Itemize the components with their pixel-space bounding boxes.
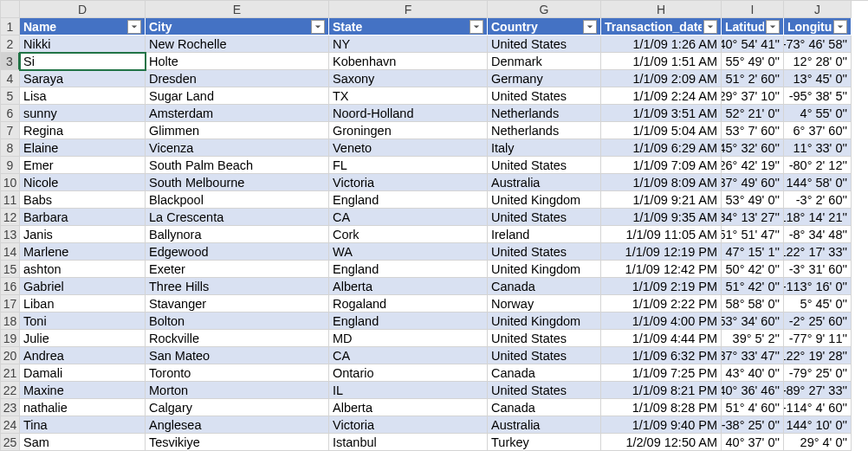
- row-header-25[interactable]: 25: [1, 434, 20, 451]
- row-header-17[interactable]: 17: [1, 295, 20, 312]
- cell-name[interactable]: Tina: [20, 416, 146, 434]
- column-header-E[interactable]: E: [146, 1, 329, 18]
- filter-dropdown-icon[interactable]: [311, 20, 325, 34]
- cell-transaction_date[interactable]: 1/1/09 6:29 AM: [601, 139, 722, 157]
- column-header-F[interactable]: F: [329, 1, 488, 18]
- cell-city[interactable]: Rockville: [146, 330, 329, 347]
- cell-country[interactable]: United States: [488, 35, 601, 53]
- cell-latitude[interactable]: 39° 5' 2'': [722, 330, 784, 347]
- cell-country[interactable]: Italy: [488, 139, 601, 157]
- cell-country[interactable]: Australia: [488, 416, 601, 434]
- cell-name[interactable]: Barbara: [20, 209, 146, 226]
- cell-city[interactable]: Edgewood: [146, 243, 329, 261]
- cell-state[interactable]: Veneto: [329, 139, 488, 157]
- cell-name[interactable]: Sam: [20, 434, 146, 451]
- cell-name[interactable]: Gabriel: [20, 278, 146, 295]
- cell-state[interactable]: IL: [329, 382, 488, 399]
- cell-city[interactable]: Sugar Land: [146, 87, 329, 105]
- cell-name[interactable]: Si: [20, 53, 146, 70]
- row-header-23[interactable]: 23: [1, 399, 20, 416]
- cell-longitude[interactable]: -3° 2' 60'': [784, 191, 852, 209]
- cell-transaction_date[interactable]: 1/1/09 11:05 AM: [601, 226, 722, 243]
- cell-latitude[interactable]: 26° 42' 19'': [722, 157, 784, 174]
- cell-name[interactable]: Liban: [20, 295, 146, 312]
- cell-name[interactable]: Regina: [20, 122, 146, 139]
- cell-name[interactable]: Nicole: [20, 174, 146, 191]
- row-header-15[interactable]: 15: [1, 261, 20, 278]
- cell-country[interactable]: Canada: [488, 364, 601, 382]
- cell-city[interactable]: Morton: [146, 382, 329, 399]
- row-header-8[interactable]: 8: [1, 139, 20, 157]
- cell-country[interactable]: Netherlands: [488, 122, 601, 139]
- cell-transaction_date[interactable]: 1/1/09 2:22 PM: [601, 295, 722, 312]
- cell-state[interactable]: FL: [329, 157, 488, 174]
- row-header-22[interactable]: 22: [1, 382, 20, 399]
- select-all-corner[interactable]: [1, 1, 20, 18]
- cell-state[interactable]: Noord-Holland: [329, 105, 488, 122]
- cell-state[interactable]: Saxony: [329, 70, 488, 87]
- cell-latitude[interactable]: 40° 37' 0'': [722, 434, 784, 451]
- cell-state[interactable]: Alberta: [329, 278, 488, 295]
- row-header-1[interactable]: 1: [1, 18, 20, 35]
- row-header-20[interactable]: 20: [1, 347, 20, 364]
- row-header-4[interactable]: 4: [1, 70, 20, 87]
- cell-longitude[interactable]: -2° 25' 60'': [784, 312, 852, 330]
- cell-city[interactable]: Glimmen: [146, 122, 329, 139]
- cell-transaction_date[interactable]: 1/1/09 9:35 AM: [601, 209, 722, 226]
- cell-state[interactable]: England: [329, 191, 488, 209]
- cell-city[interactable]: Bolton: [146, 312, 329, 330]
- cell-latitude[interactable]: 50° 42' 0'': [722, 261, 784, 278]
- cell-country[interactable]: United Kingdom: [488, 191, 601, 209]
- cell-city[interactable]: La Crescenta: [146, 209, 329, 226]
- cell-city[interactable]: Blackpool: [146, 191, 329, 209]
- cell-country[interactable]: Ireland: [488, 226, 601, 243]
- column-header-J[interactable]: J: [784, 1, 852, 18]
- filter-dropdown-icon[interactable]: [766, 20, 780, 34]
- row-header-11[interactable]: 11: [1, 191, 20, 209]
- cell-country[interactable]: United Kingdom: [488, 312, 601, 330]
- cell-name[interactable]: nathalie: [20, 399, 146, 416]
- cell-state[interactable]: NY: [329, 35, 488, 53]
- cell-latitude[interactable]: 51° 2' 60'': [722, 70, 784, 87]
- cell-latitude[interactable]: 53° 49' 0'': [722, 191, 784, 209]
- cell-country[interactable]: Australia: [488, 174, 601, 191]
- cell-country[interactable]: United States: [488, 87, 601, 105]
- cell-latitude[interactable]: 51° 42' 0'': [722, 278, 784, 295]
- cell-city[interactable]: Anglesea: [146, 416, 329, 434]
- cell-country[interactable]: United States: [488, 347, 601, 364]
- cell-longitude[interactable]: -79° 25' 0'': [784, 364, 852, 382]
- cell-transaction_date[interactable]: 1/1/09 4:44 PM: [601, 330, 722, 347]
- cell-country[interactable]: United Kingdom: [488, 261, 601, 278]
- column-header-I[interactable]: I: [722, 1, 784, 18]
- table-header-name[interactable]: Name: [20, 18, 146, 35]
- cell-name[interactable]: Julie: [20, 330, 146, 347]
- cell-longitude[interactable]: 144° 10' 0'': [784, 416, 852, 434]
- row-header-3[interactable]: 3: [1, 53, 20, 70]
- cell-country[interactable]: United States: [488, 243, 601, 261]
- cell-transaction_date[interactable]: 1/1/09 9:40 PM: [601, 416, 722, 434]
- cell-name[interactable]: Andrea: [20, 347, 146, 364]
- cell-transaction_date[interactable]: 1/1/09 2:09 AM: [601, 70, 722, 87]
- cell-latitude[interactable]: 53° 7' 60'': [722, 122, 784, 139]
- cell-transaction_date[interactable]: 1/1/09 5:04 AM: [601, 122, 722, 139]
- cell-country[interactable]: United States: [488, 209, 601, 226]
- cell-city[interactable]: Exeter: [146, 261, 329, 278]
- table-header-latitude[interactable]: Latitude: [722, 18, 784, 35]
- cell-city[interactable]: Holte: [146, 53, 329, 70]
- cell-transaction_date[interactable]: 1/1/09 12:19 PM: [601, 243, 722, 261]
- cell-longitude[interactable]: -80° 2' 12'': [784, 157, 852, 174]
- column-header-H[interactable]: H: [601, 1, 722, 18]
- cell-state[interactable]: TX: [329, 87, 488, 105]
- cell-longitude[interactable]: 6° 37' 60'': [784, 122, 852, 139]
- cell-state[interactable]: Victoria: [329, 174, 488, 191]
- cell-state[interactable]: Alberta: [329, 399, 488, 416]
- cell-transaction_date[interactable]: 1/1/09 2:19 PM: [601, 278, 722, 295]
- cell-city[interactable]: San Mateo: [146, 347, 329, 364]
- cell-latitude[interactable]: -38° 25' 0'': [722, 416, 784, 434]
- cell-city[interactable]: Tesvikiye: [146, 434, 329, 451]
- cell-longitude[interactable]: -77° 9' 11'': [784, 330, 852, 347]
- cell-latitude[interactable]: -37° 49' 60'': [722, 174, 784, 191]
- cell-longitude[interactable]: -8° 34' 48'': [784, 226, 852, 243]
- cell-longitude[interactable]: -3° 31' 60'': [784, 261, 852, 278]
- cell-name[interactable]: Emer: [20, 157, 146, 174]
